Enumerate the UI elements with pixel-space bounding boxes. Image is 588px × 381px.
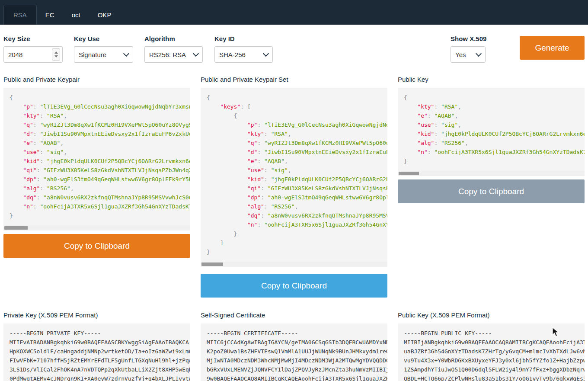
public-key-json: { "kty": "RSA", "e": "AQAB", "use": "sig… (398, 88, 585, 171)
key-type-tab-bar: RSA EC oct OKP (0, 0, 588, 25)
keypair-section: Public and Private Keypair { "p": "lTiE3… (3, 76, 190, 258)
certificate-text: -----BEGIN CERTIFICATE----- MIIC6jCCAdKg… (201, 323, 387, 381)
key-id-value: SHA-256 (219, 51, 246, 58)
chevron-down-icon (123, 50, 129, 56)
public-key-horizontal-scrollbar[interactable] (398, 171, 585, 176)
chevron-down-icon (476, 50, 482, 56)
key-use-value: Signature (79, 51, 106, 58)
key-size-value: 2048 (8, 51, 22, 58)
keypair-set-title: Public and Private Keypair Set (201, 76, 387, 83)
keypair-title: Public and Private Keypair (3, 76, 190, 83)
tab-ec[interactable]: EC (37, 5, 63, 25)
key-size-input[interactable]: 2048 (3, 46, 63, 63)
number-spinner[interactable] (52, 48, 60, 61)
certificate-section: Self-Signed Certificate -----BEGIN CERTI… (201, 311, 387, 381)
results-row-bottom: Private Key (X.509 PEM Format) -----BEGI… (0, 311, 588, 381)
spinner-down-icon[interactable] (54, 55, 58, 58)
public-pem-text: -----BEGIN PUBLIC KEY----- MIIBIjANBgkqh… (398, 323, 585, 381)
key-use-label: Key Use (74, 35, 133, 42)
spinner-up-icon[interactable] (54, 51, 58, 54)
chevron-down-icon (193, 50, 199, 56)
keypair-set-section: Public and Private Keypair Set { "keys":… (201, 76, 387, 298)
key-use-select[interactable]: Signature (74, 46, 133, 63)
private-pem-section: Private Key (X.509 PEM Format) -----BEGI… (3, 311, 190, 381)
copy-public-key-button[interactable]: Copy to Clipboard (398, 179, 585, 203)
show-x509-field: Show X.509 Yes (451, 35, 488, 63)
scrollbar-thumb[interactable] (201, 263, 223, 266)
private-pem-text: -----BEGIN PRIVATE KEY----- MIIEvAIBADAN… (3, 323, 190, 381)
keypair-json: { "p": "lTiE3EVg_G0lCecNsu3agh0XiGqwowNg… (3, 88, 190, 225)
tab-okp[interactable]: OKP (89, 5, 120, 25)
show-x509-value: Yes (455, 51, 466, 58)
scrollbar-thumb[interactable] (399, 172, 419, 175)
scrollbar-thumb[interactable] (4, 226, 28, 230)
chevron-down-icon (263, 50, 269, 56)
certificate-title: Self-Signed Certificate (201, 311, 387, 319)
public-pem-section: Public Key (X.509 PEM Format) -----BEGIN… (398, 311, 585, 381)
generator-form: Key Size 2048 Key Use Signature Algorith… (0, 25, 588, 63)
key-id-field: Key ID SHA-256 (214, 35, 273, 63)
keypair-set-json: { "keys": [ { "p": "lTiE3EVg_G0lCecNsu3a… (201, 88, 387, 262)
show-x509-label: Show X.509 (451, 35, 488, 42)
key-size-label: Key Size (3, 35, 63, 42)
key-id-label: Key ID (214, 35, 273, 42)
algorithm-value: RS256: RSA (149, 51, 186, 58)
algorithm-select[interactable]: RS256: RSA (144, 46, 203, 63)
copy-keypair-set-button[interactable]: Copy to Clipboard (201, 274, 387, 298)
key-id-select[interactable]: SHA-256 (214, 46, 273, 63)
private-pem-title: Private Key (X.509 PEM Format) (3, 311, 190, 319)
copy-keypair-button[interactable]: Copy to Clipboard (3, 234, 190, 258)
key-use-field: Key Use Signature (74, 35, 133, 63)
public-pem-title: Public Key (X.509 PEM Format) (398, 311, 585, 319)
public-key-title: Public Key (398, 76, 585, 83)
keypair-horizontal-scrollbar[interactable] (3, 225, 190, 231)
public-key-section: Public Key { "kty": "RSA", "e": "AQAB", … (398, 76, 585, 203)
algorithm-field: Algorithm RS256: RSA (144, 35, 203, 63)
key-size-field: Key Size 2048 (3, 35, 63, 63)
generate-button[interactable]: Generate (520, 36, 585, 60)
show-x509-select[interactable]: Yes (451, 46, 486, 63)
tab-oct[interactable]: oct (63, 5, 89, 25)
tab-rsa[interactable]: RSA (3, 5, 37, 25)
keypair-set-horizontal-scrollbar[interactable] (201, 262, 387, 267)
algorithm-label: Algorithm (144, 35, 203, 42)
results-row-top: Public and Private Keypair { "p": "lTiE3… (0, 76, 588, 298)
